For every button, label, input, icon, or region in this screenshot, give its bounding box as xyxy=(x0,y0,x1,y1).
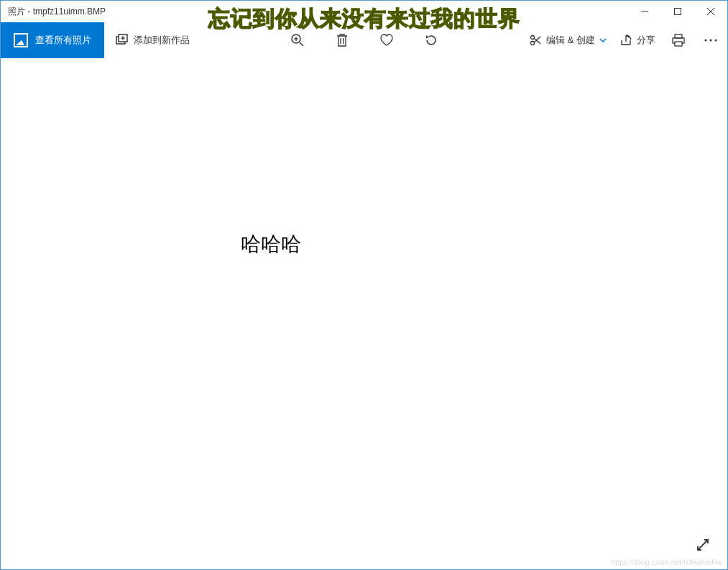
view-all-photos-button[interactable]: 查看所有照片 xyxy=(1,22,104,58)
share-button[interactable]: 分享 xyxy=(619,34,655,47)
share-icon xyxy=(619,34,632,47)
toolbar-right: 编辑 & 创建 分享 xyxy=(529,22,720,58)
svg-line-9 xyxy=(300,42,303,46)
heart-icon xyxy=(379,34,394,47)
svg-point-12 xyxy=(531,36,535,40)
svg-point-19 xyxy=(705,40,707,42)
rotate-button[interactable] xyxy=(423,32,439,48)
svg-point-20 xyxy=(710,40,712,42)
edit-create-button[interactable]: 编辑 & 创建 xyxy=(529,34,607,47)
displayed-image-text: 哈哈哈 xyxy=(241,231,301,258)
svg-rect-18 xyxy=(675,42,682,46)
file-name: tmpfz11uimm.BMP xyxy=(33,6,106,17)
edit-create-label: 编辑 & 创建 xyxy=(546,34,595,47)
add-creation-label: 添加到新作品 xyxy=(134,34,190,47)
zoom-button[interactable] xyxy=(290,32,305,48)
image-viewport[interactable]: 哈哈哈 https://blog.csdn.net/lxlHaHaHa xyxy=(1,58,727,569)
close-icon xyxy=(707,8,714,15)
close-button[interactable] xyxy=(694,1,727,22)
favorite-button[interactable] xyxy=(379,32,395,48)
svg-rect-1 xyxy=(675,9,681,15)
minimize-icon xyxy=(641,8,648,15)
ellipsis-icon xyxy=(704,39,717,42)
svg-point-21 xyxy=(715,40,717,42)
fullscreen-button[interactable] xyxy=(696,538,711,553)
svg-rect-16 xyxy=(675,35,682,38)
fullscreen-icon xyxy=(696,538,710,552)
maximize-icon xyxy=(674,8,681,15)
minimize-button[interactable] xyxy=(628,1,661,22)
share-label: 分享 xyxy=(637,34,655,47)
delete-button[interactable] xyxy=(334,32,350,48)
window-title: 照片 - tmpfz11uimm.BMP xyxy=(8,6,106,18)
add-creation-icon xyxy=(115,34,128,47)
video-caption-overlay: 忘记到你从来没有来过我的世界 xyxy=(208,4,520,34)
more-options-button[interactable] xyxy=(701,36,720,45)
photos-app-window: 忘记到你从来没有来过我的世界 照片 - tmpfz11uimm.BMP 查看所有… xyxy=(0,0,728,570)
chevron-down-icon xyxy=(599,38,607,42)
window-controls xyxy=(628,1,727,22)
watermark-text: https://blog.csdn.net/lxlHaHaHa xyxy=(611,558,722,566)
add-to-creation-button[interactable]: 添加到新作品 xyxy=(104,22,201,58)
svg-point-13 xyxy=(531,42,535,45)
print-button[interactable] xyxy=(668,31,688,50)
print-icon xyxy=(671,34,686,47)
zoom-in-icon xyxy=(290,33,305,47)
maximize-button[interactable] xyxy=(661,1,694,22)
scissors-icon xyxy=(529,34,542,47)
svg-line-22 xyxy=(698,540,708,550)
app-name: 照片 xyxy=(8,6,25,17)
photo-icon xyxy=(14,33,28,47)
trash-icon xyxy=(336,33,349,47)
rotate-icon xyxy=(424,33,438,47)
view-all-label: 查看所有照片 xyxy=(35,34,91,47)
